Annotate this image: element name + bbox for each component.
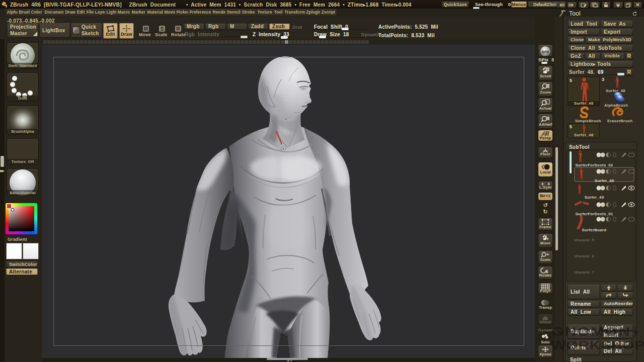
svg-text:S: S bbox=[160, 26, 164, 32]
svg-text:M: M bbox=[144, 26, 148, 32]
svg-text:R: R bbox=[176, 26, 180, 32]
